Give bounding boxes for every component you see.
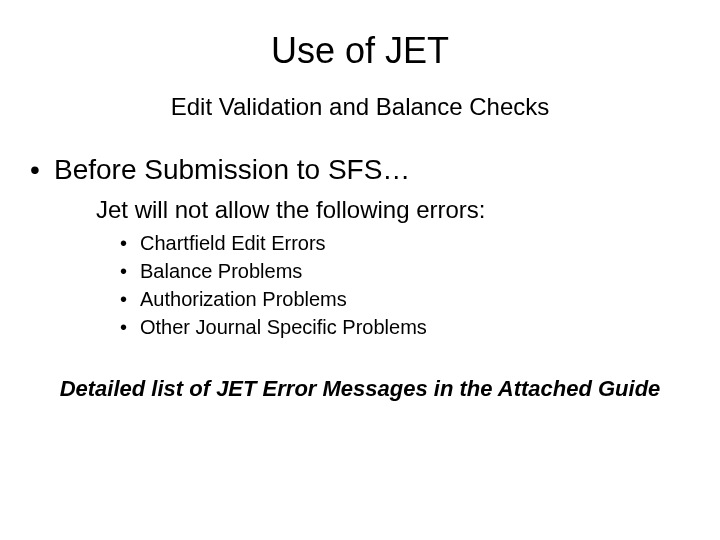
list-item: Balance Problems (30, 259, 690, 284)
slide-title: Use of JET (0, 30, 720, 72)
list-item: Chartfield Edit Errors (30, 231, 690, 256)
list-item: Other Journal Specific Problems (30, 315, 690, 340)
footer-note: Detailed list of JET Error Messages in t… (50, 375, 670, 403)
slide-body: Before Submission to SFS… Jet will not a… (30, 152, 690, 343)
slide-subtitle: Edit Validation and Balance Checks (0, 93, 720, 121)
slide: Use of JET Edit Validation and Balance C… (0, 0, 720, 540)
list-item: Authorization Problems (30, 287, 690, 312)
body-subheading: Jet will not allow the following errors: (30, 195, 690, 225)
body-heading: Before Submission to SFS… (30, 152, 690, 187)
